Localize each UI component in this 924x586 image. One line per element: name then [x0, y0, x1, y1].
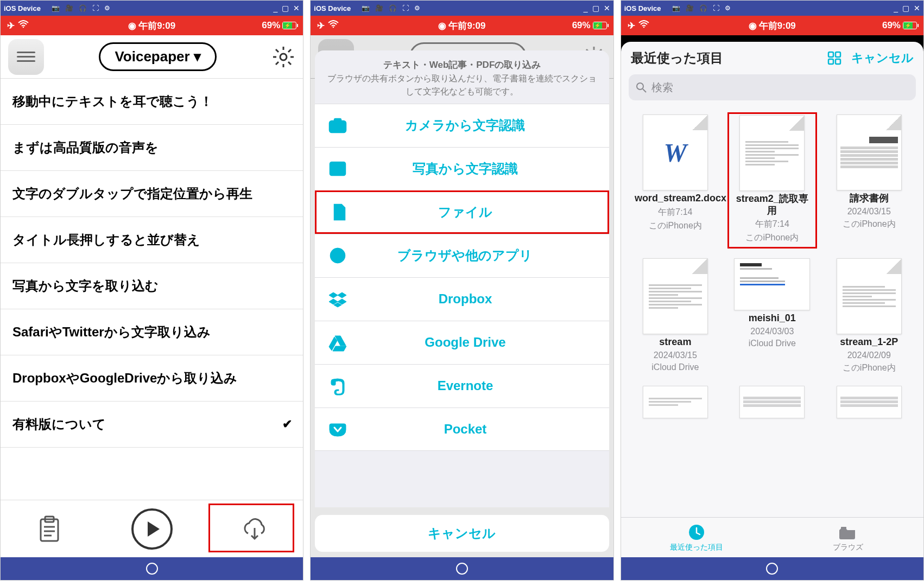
file-thumbnail: [739, 115, 805, 191]
tab-browse[interactable]: ブラウズ: [772, 518, 923, 557]
android-navbar: [621, 557, 923, 580]
sheet-option-photo[interactable]: 写真から文字認識: [315, 147, 609, 190]
sheet-option-browser[interactable]: ブラウザや他のアプリ: [315, 234, 609, 277]
file-item[interactable]: stream 2024/03/15 iCloud Drive: [631, 256, 720, 376]
battery-icon: ⚡: [903, 22, 917, 29]
file-thumbnail: [643, 258, 708, 334]
list-item[interactable]: DropboxやGoogleDriveから取り込み: [1, 355, 303, 402]
view-mode-button[interactable]: [827, 51, 841, 65]
sheet-option-googledrive[interactable]: Google Drive: [315, 321, 609, 364]
camera-icon[interactable]: 📷: [52, 4, 60, 12]
list-item[interactable]: まずは高品質版の音声を: [1, 125, 303, 171]
window-maximize-button[interactable]: ▢: [902, 4, 909, 12]
pocket-icon: [328, 419, 347, 439]
play-button[interactable]: [131, 508, 173, 550]
file-thumbnail: [734, 258, 810, 310]
document-list[interactable]: 移動中にテキストを耳で聴こう！ まずは高品質版の音声を 文字のダブルタップで指定…: [1, 79, 303, 500]
gear-icon[interactable]: ⚙: [725, 4, 731, 12]
file-item[interactable]: 請求書例 2024/03/15 このiPhone内: [825, 112, 914, 249]
folder-icon: [839, 523, 857, 542]
menu-button[interactable]: [8, 39, 44, 75]
picker-cancel-button[interactable]: キャンセル: [851, 50, 914, 66]
status-time: 午前9:09: [759, 20, 796, 32]
device-panel-3: iOS Device 📷 🎥 🎧 ⛶ ⚙ _ ▢ ✕ ✈ ◉午前9:09 69%…: [621, 0, 924, 581]
import-button[interactable]: [239, 514, 270, 544]
voicepaper-app-body-dimmed: Voicepaper ▾ テキスト・Web記事・PDFの取り込み ブラウザの共有…: [311, 35, 613, 557]
checkmark-icon: ✔: [282, 417, 292, 431]
file-item-partial[interactable]: [825, 384, 914, 421]
sheet-option-pocket[interactable]: Pocket: [315, 407, 609, 451]
video-icon[interactable]: 🎥: [686, 4, 694, 12]
list-item[interactable]: 写真から文字を取り込む: [1, 263, 303, 309]
list-item[interactable]: SafariやTwitterから文字取り込み: [1, 309, 303, 355]
window-close-button[interactable]: ✕: [293, 4, 300, 12]
sheet-option-label: ファイル: [364, 203, 566, 221]
files-grid[interactable]: W word_stream2.docx 午前7:14 このiPhone内 str…: [621, 107, 923, 517]
headphones-icon[interactable]: 🎧: [389, 4, 397, 12]
list-item[interactable]: 文字のダブルタップで指定位置から再生: [1, 171, 303, 217]
fullscreen-icon[interactable]: ⛶: [92, 4, 99, 12]
sheet-cancel-button[interactable]: キャンセル: [315, 515, 609, 552]
camera-icon[interactable]: 📷: [672, 4, 680, 12]
import-action-sheet: テキスト・Web記事・PDFの取り込み ブラウザの共有ボタンから取り込んだり、電…: [315, 50, 609, 507]
folder-dropdown[interactable]: Voicepaper ▾: [99, 42, 216, 71]
search-icon: [635, 81, 647, 93]
file-date: 2024/03/15: [654, 351, 697, 360]
status-time: 午前9:09: [448, 20, 485, 32]
tab-recents[interactable]: 最近使った項目: [621, 518, 773, 557]
headphones-icon[interactable]: 🎧: [699, 4, 707, 12]
home-indicator-icon[interactable]: [766, 563, 778, 575]
fullscreen-icon[interactable]: ⛶: [713, 4, 719, 12]
svg-rect-40: [828, 59, 833, 64]
sheet-option-evernote[interactable]: Evernote: [315, 364, 609, 407]
headphones-icon[interactable]: 🎧: [79, 4, 87, 12]
file-thumbnail: [643, 386, 708, 418]
file-item-highlighted[interactable]: stream2_読取専用 午前7:14 このiPhone内: [727, 112, 817, 249]
home-indicator-icon[interactable]: [146, 563, 158, 575]
status-time: 午前9:09: [138, 20, 175, 32]
sheet-option-file[interactable]: ファイル: [315, 190, 609, 234]
window-close-button[interactable]: ✕: [914, 4, 920, 12]
recording-indicator-icon: ◉: [128, 20, 136, 31]
recording-indicator-icon: ◉: [438, 20, 446, 31]
list-item[interactable]: 有料版について✔: [1, 402, 303, 448]
window-minimize-button[interactable]: _: [584, 4, 588, 12]
import-action-sheet-backdrop[interactable]: テキスト・Web記事・PDFの取り込み ブラウザの共有ボタンから取り込んだり、電…: [311, 35, 613, 557]
clipboard-button[interactable]: [34, 514, 65, 544]
list-item-title: DropboxやGoogleDriveから取り込み: [12, 370, 237, 387]
window-maximize-button[interactable]: ▢: [592, 4, 599, 12]
gear-icon[interactable]: ⚙: [414, 4, 420, 12]
video-icon[interactable]: 🎥: [375, 4, 383, 12]
list-item[interactable]: タイトル長押しすると並び替え: [1, 217, 303, 263]
file-item[interactable]: W word_stream2.docx 午前7:14 このiPhone内: [631, 112, 720, 249]
gear-icon[interactable]: ⚙: [104, 4, 110, 12]
airplane-mode-icon: ✈: [317, 20, 325, 31]
sheet-option-dropbox[interactable]: Dropbox: [315, 277, 609, 321]
file-item[interactable]: meishi_01 2024/03/03 iCloud Drive: [727, 256, 817, 376]
window-maximize-button[interactable]: ▢: [282, 4, 289, 12]
svg-rect-41: [836, 59, 840, 64]
file-name: stream: [659, 336, 691, 348]
list-item[interactable]: 移動中にテキストを耳で聴こう！: [1, 79, 303, 125]
file-item[interactable]: stream_1-2P 2024/02/09 このiPhone内: [825, 256, 914, 376]
device-panel-1: iOS Device 📷 🎥 🎧 ⛶ ⚙ _ ▢ ✕ ✈ ◉ 午前9:09: [0, 0, 303, 581]
window-titlebar: iOS Device 📷 🎥 🎧 ⛶ ⚙ _ ▢ ✕: [1, 1, 303, 16]
window-close-button[interactable]: ✕: [604, 4, 610, 12]
file-item-partial[interactable]: [727, 384, 817, 421]
fullscreen-icon[interactable]: ⛶: [402, 4, 409, 12]
android-navbar: [311, 557, 613, 580]
home-indicator-icon[interactable]: [456, 563, 468, 575]
wifi-icon: [18, 20, 29, 31]
battery-icon: ⚡: [282, 22, 296, 29]
search-input[interactable]: 検索: [629, 74, 916, 100]
window-minimize-button[interactable]: _: [894, 4, 898, 12]
file-location: このiPhone内: [745, 232, 799, 244]
window-minimize-button[interactable]: _: [274, 4, 278, 12]
file-location: このiPhone内: [843, 219, 896, 230]
video-icon[interactable]: 🎥: [65, 4, 73, 12]
svg-point-0: [23, 26, 24, 28]
sheet-option-camera[interactable]: カメラから文字認識: [315, 104, 609, 147]
file-item-partial[interactable]: [631, 384, 720, 421]
settings-button[interactable]: [271, 45, 295, 69]
camera-icon[interactable]: 📷: [362, 4, 370, 12]
